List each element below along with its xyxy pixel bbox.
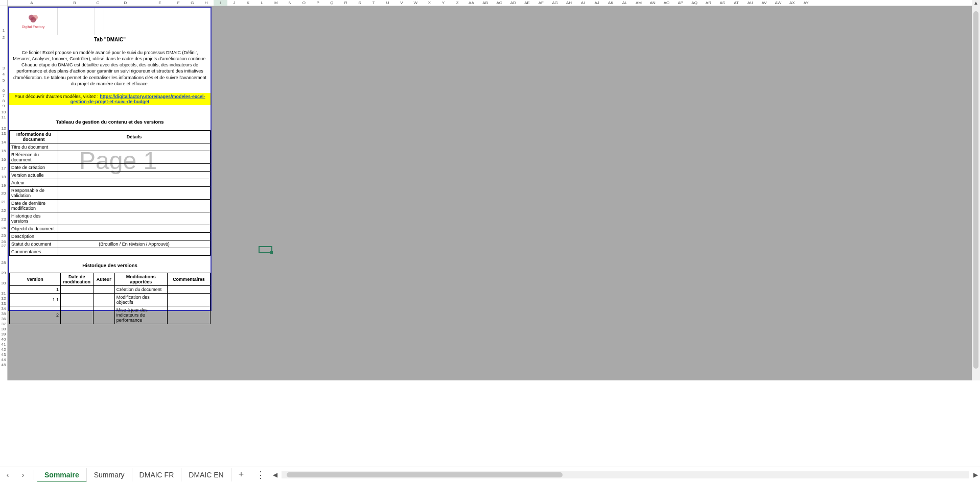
col-header-I[interactable]: I <box>214 0 227 6</box>
col-header-T[interactable]: T <box>367 0 381 6</box>
info-row-value[interactable] <box>58 212 211 225</box>
row-header-39[interactable]: 39 <box>0 332 7 337</box>
col-header-O[interactable]: O <box>297 0 311 6</box>
col-header-G[interactable]: G <box>185 0 199 6</box>
history-cell[interactable]: 1.1 <box>10 293 61 306</box>
col-header-AD[interactable]: AD <box>506 0 520 6</box>
row-header-11[interactable]: 11 <box>0 115 7 120</box>
col-header-AB[interactable]: AB <box>479 0 493 6</box>
sheet-tab-sommaire[interactable]: Sommaire <box>37 468 87 483</box>
row-header-45[interactable]: 45 <box>0 363 7 368</box>
col-header-K[interactable]: K <box>241 0 255 6</box>
row-header-3[interactable]: 3 <box>0 40 7 71</box>
row-header-24[interactable]: 24 <box>0 222 7 231</box>
row-header-2[interactable]: 2 <box>0 33 7 40</box>
col-header-Z[interactable]: Z <box>451 0 464 6</box>
history-cell[interactable] <box>167 293 210 306</box>
info-row-value[interactable] <box>58 143 211 151</box>
col-header-J[interactable]: J <box>227 0 241 6</box>
spreadsheet-grid[interactable]: Page 1 Digital Factory Tab "DMAIC" <box>8 6 980 380</box>
col-header-M[interactable]: M <box>269 0 283 6</box>
row-header-22[interactable]: 22 <box>0 205 7 213</box>
scroll-up-button[interactable]: ▲ <box>972 0 980 6</box>
row-header-21[interactable]: 21 <box>0 196 7 205</box>
col-header-W[interactable]: W <box>409 0 423 6</box>
hscroll-right-button[interactable]: ▶ <box>971 471 980 478</box>
col-header-AY[interactable]: AY <box>799 0 813 6</box>
history-cell[interactable] <box>167 285 210 293</box>
col-header-P[interactable]: P <box>311 0 325 6</box>
history-cell[interactable]: Mise à jour des indicateurs de performan… <box>114 306 167 324</box>
row-header-41[interactable]: 41 <box>0 342 7 347</box>
row-header-1[interactable]: 1 <box>0 6 7 33</box>
row-header-38[interactable]: 38 <box>0 327 7 332</box>
row-header-36[interactable]: 36 <box>0 317 7 322</box>
row-headers[interactable]: 1234567891011121314151617181920212223242… <box>0 0 8 380</box>
history-cell[interactable] <box>93 285 114 293</box>
col-header-AC[interactable]: AC <box>493 0 506 6</box>
col-header-AX[interactable]: AX <box>785 0 799 6</box>
col-header-AE[interactable]: AE <box>520 0 534 6</box>
row-header-27[interactable]: 27 <box>0 245 7 249</box>
row-header-23[interactable]: 23 <box>0 213 7 222</box>
row-header-15[interactable]: 15 <box>0 145 7 154</box>
col-header-C[interactable]: C <box>94 0 103 6</box>
info-row-value[interactable] <box>58 232 211 240</box>
active-cell-selection[interactable] <box>259 246 272 253</box>
hscroll-thumb[interactable] <box>287 472 563 477</box>
row-header-18[interactable]: 18 <box>0 171 7 180</box>
row-header-33[interactable]: 33 <box>0 301 7 306</box>
row-header-8[interactable]: 8 <box>0 99 7 104</box>
col-header-AR[interactable]: AR <box>702 0 715 6</box>
col-header-D[interactable]: D <box>103 0 149 6</box>
row-header-17[interactable]: 17 <box>0 162 7 171</box>
info-row-value[interactable] <box>58 186 211 199</box>
row-header-7[interactable]: 7 <box>0 93 7 99</box>
col-header-AJ[interactable]: AJ <box>590 0 604 6</box>
row-header-43[interactable]: 43 <box>0 352 7 357</box>
col-header-AQ[interactable]: AQ <box>688 0 702 6</box>
history-cell[interactable] <box>93 306 114 324</box>
history-cell[interactable]: Modification des objectifs <box>114 293 167 306</box>
col-header-AG[interactable]: AG <box>548 0 562 6</box>
row-header-6[interactable]: 6 <box>0 83 7 93</box>
col-header-F[interactable]: F <box>172 0 185 6</box>
col-header-AK[interactable]: AK <box>604 0 618 6</box>
col-header-E[interactable]: E <box>149 0 172 6</box>
info-row-value[interactable] <box>58 248 211 255</box>
history-cell[interactable]: 1 <box>10 285 61 293</box>
info-row-value[interactable] <box>58 171 211 179</box>
col-header-AF[interactable]: AF <box>534 0 548 6</box>
row-header-20[interactable]: 20 <box>0 188 7 196</box>
col-header-AP[interactable]: AP <box>674 0 688 6</box>
tab-nav-next[interactable]: › <box>15 471 31 479</box>
row-header-12[interactable]: 12 <box>0 120 7 131</box>
info-row-value[interactable] <box>58 199 211 212</box>
history-cell[interactable]: Création du document <box>114 285 167 293</box>
row-header-5[interactable]: 5 <box>0 77 7 83</box>
tab-nav-prev[interactable]: ‹ <box>0 471 15 479</box>
history-cell[interactable] <box>167 306 210 324</box>
col-header-AU[interactable]: AU <box>743 0 757 6</box>
col-header-R[interactable]: R <box>339 0 353 6</box>
col-header-H[interactable]: H <box>200 0 214 6</box>
sheet-tab-summary[interactable]: Summary <box>87 468 132 481</box>
row-header-40[interactable]: 40 <box>0 337 7 342</box>
add-sheet-button[interactable]: + <box>231 469 251 480</box>
history-cell[interactable] <box>60 306 93 324</box>
col-header-S[interactable]: S <box>353 0 367 6</box>
col-header-AN[interactable]: AN <box>646 0 660 6</box>
info-row-value[interactable]: (Brouillon / En révision / Approuvé) <box>58 240 211 248</box>
sheet-tab-dmaic-en[interactable]: DMAIC EN <box>181 468 231 481</box>
sheet-tab-dmaic-fr[interactable]: DMAIC FR <box>132 468 182 481</box>
vertical-scrollbar[interactable]: ▲ <box>972 6 980 380</box>
row-header-32[interactable]: 32 <box>0 296 7 301</box>
row-header-30[interactable]: 30 <box>0 276 7 286</box>
hscroll-left-button[interactable]: ◀ <box>270 471 279 478</box>
row-header-14[interactable]: 14 <box>0 136 7 145</box>
row-header-25[interactable]: 25 <box>0 231 7 238</box>
col-header-AI[interactable]: AI <box>576 0 590 6</box>
col-header-AM[interactable]: AM <box>632 0 646 6</box>
row-header-13[interactable]: 13 <box>0 131 7 136</box>
col-header-X[interactable]: X <box>423 0 436 6</box>
